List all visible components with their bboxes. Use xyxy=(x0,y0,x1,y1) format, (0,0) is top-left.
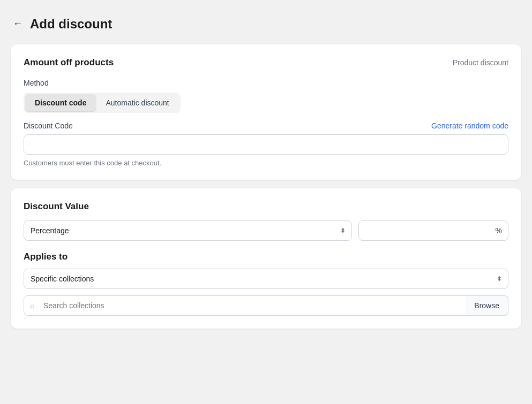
discount-code-field-row: Discount Code Generate random code xyxy=(24,121,508,130)
method-label: Method xyxy=(24,79,508,87)
applies-to-label: Applies to xyxy=(24,251,508,262)
page-title: Add discount xyxy=(30,17,112,32)
discount-type-select[interactable]: Percentage Fixed amount xyxy=(24,220,352,241)
method-toggle-group: Discount code Automatic discount xyxy=(24,93,181,113)
browse-button[interactable]: Browse xyxy=(466,295,508,316)
search-collections-input[interactable] xyxy=(24,295,508,316)
card-header: Amount off products Product discount xyxy=(24,57,508,68)
discount-code-input[interactable] xyxy=(24,134,508,155)
percentage-value-input[interactable] xyxy=(358,220,508,241)
generate-random-code-button[interactable]: Generate random code xyxy=(431,121,508,130)
back-button[interactable]: ← xyxy=(11,16,25,32)
card-discount-value: Discount Value Percentage Fixed amount ⬍… xyxy=(11,188,521,329)
discount-code-helper: Customers must enter this code at checko… xyxy=(24,159,508,167)
discount-code-label: Discount Code xyxy=(24,121,73,130)
discount-code-section: Discount Code Generate random code Custo… xyxy=(24,121,508,167)
product-discount-badge: Product discount xyxy=(453,58,508,67)
discount-value-title: Discount Value xyxy=(24,201,508,212)
discount-type-select-wrapper: Percentage Fixed amount ⬍ xyxy=(24,220,352,241)
card-amount-off-products: Amount off products Product discount Met… xyxy=(11,44,521,180)
discount-value-row: Percentage Fixed amount ⬍ % xyxy=(24,220,508,241)
applies-to-select[interactable]: Specific collections Specific products A… xyxy=(24,269,508,289)
page-header: ← Add discount xyxy=(11,16,521,32)
card-title: Amount off products xyxy=(24,57,114,68)
automatic-discount-toggle[interactable]: Automatic discount xyxy=(96,94,178,111)
discount-code-toggle[interactable]: Discount code xyxy=(25,94,96,111)
percentage-input-wrapper: % xyxy=(358,220,508,241)
applies-to-select-wrapper: Specific collections Specific products A… xyxy=(24,269,508,289)
search-collections-wrapper: ⌕ Browse xyxy=(24,295,508,316)
